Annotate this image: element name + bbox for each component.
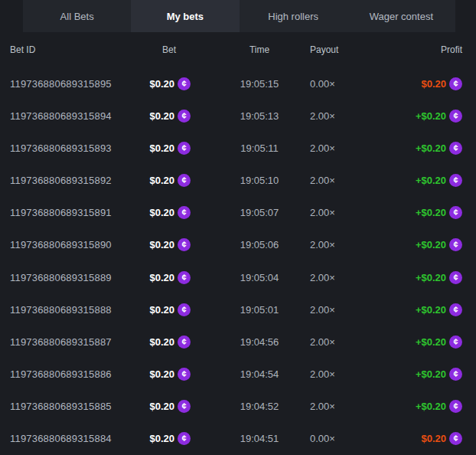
bet-amount: $0.20 (149, 336, 174, 348)
table-row[interactable]: 119736880689315886 $0.20 ¢ 19:04:54 2.00… (10, 358, 462, 390)
bet-time: 19:05:10 (191, 175, 310, 186)
tab-label: All Bets (60, 11, 94, 22)
coin-currency-icon: ¢ (449, 206, 462, 219)
coin-currency-icon: ¢ (178, 336, 191, 349)
bet-amount: $0.20 (149, 175, 174, 186)
bet-id: 119736880689315894 (10, 110, 148, 122)
coin-currency-icon: ¢ (449, 368, 462, 381)
bet-payout: 0.00× (310, 433, 356, 444)
bet-id: 119736880689315893 (10, 142, 148, 154)
bet-payout: 2.00× (310, 336, 356, 348)
bet-payout: 2.00× (310, 142, 356, 154)
coin-currency-icon: ¢ (178, 238, 191, 251)
bet-payout: 2.00× (310, 304, 356, 316)
table-row[interactable]: 119736880689315895 $0.20 ¢ 19:05:15 0.00… (10, 67, 462, 100)
bet-time: 19:05:15 (191, 78, 310, 90)
coin-currency-icon: ¢ (449, 238, 462, 251)
bet-id: 119736880689315884 (10, 433, 148, 444)
table-row[interactable]: 119736880689315891 $0.20 ¢ 19:05:07 2.00… (10, 197, 462, 229)
coin-currency-icon: ¢ (178, 400, 191, 413)
table-row[interactable]: 119736880689315890 $0.20 ¢ 19:05:06 2.00… (10, 229, 462, 261)
table-row[interactable]: 119736880689315888 $0.20 ¢ 19:05:01 2.00… (10, 293, 462, 326)
table-row[interactable]: 119736880689315889 $0.20 ¢ 19:05:04 2.00… (10, 261, 462, 293)
bet-cell: $0.20 ¢ (148, 432, 191, 445)
profit-amount: +$0.20 (416, 336, 446, 348)
profit-amount: +$0.20 (416, 142, 446, 154)
coin-currency-icon: ¢ (449, 336, 462, 349)
tab-label: Wager contest (370, 11, 433, 22)
coin-currency-icon: ¢ (178, 77, 191, 90)
coin-currency-icon: ¢ (449, 77, 462, 90)
table-row[interactable]: 119736880689315894 $0.20 ¢ 19:05:13 2.00… (10, 100, 462, 132)
bet-amount: $0.20 (149, 433, 174, 444)
profit-amount: +$0.20 (416, 401, 446, 412)
profit-amount: +$0.20 (416, 239, 446, 250)
bet-cell: $0.20 ¢ (148, 142, 191, 155)
bet-id: 119736880689315886 (10, 368, 148, 380)
bet-cell: $0.20 ¢ (148, 336, 191, 349)
bet-time: 19:05:06 (191, 239, 310, 250)
profit-cell: +$0.20 ¢ (356, 174, 462, 187)
profit-cell: +$0.20 ¢ (356, 238, 462, 251)
bet-time: 19:05:04 (191, 272, 310, 283)
bet-payout: 2.00× (310, 239, 356, 250)
bet-payout: 0.00× (310, 78, 356, 90)
profit-amount: +$0.20 (416, 175, 446, 186)
profit-cell: +$0.20 ¢ (356, 368, 462, 381)
bet-id: 119736880689315889 (10, 272, 148, 283)
table-row[interactable]: 119736880689315884 $0.20 ¢ 19:04:51 0.00… (10, 423, 462, 455)
header-time: Time (191, 44, 310, 55)
bet-id: 119736880689315890 (10, 239, 148, 250)
bet-amount: $0.20 (149, 401, 174, 412)
bet-id: 119736880689315887 (10, 336, 148, 348)
tab-high-rollers[interactable]: High rollers (240, 0, 347, 32)
profit-cell: +$0.20 ¢ (356, 271, 462, 284)
profit-amount: $0.20 (421, 78, 446, 90)
tab-label: My bets (167, 11, 204, 22)
profit-cell: $0.20 ¢ (356, 432, 462, 445)
bet-payout: 2.00× (310, 368, 356, 380)
profit-cell: +$0.20 ¢ (356, 336, 462, 349)
bet-payout: 2.00× (310, 207, 356, 218)
profit-amount: +$0.20 (416, 110, 446, 122)
coin-currency-icon: ¢ (178, 432, 191, 445)
tab-all-bets[interactable]: All Bets (23, 0, 131, 32)
tab-label: High rollers (268, 11, 318, 22)
bet-id: 119736880689315895 (10, 78, 148, 90)
table-header-row: Bet ID Bet Time Payout Profit (10, 32, 462, 67)
bet-time: 19:04:56 (191, 336, 310, 348)
bet-amount: $0.20 (149, 142, 174, 154)
tab-wager-contest[interactable]: Wager contest (347, 0, 455, 32)
header-payout: Payout (310, 44, 356, 55)
bet-amount: $0.20 (149, 368, 174, 380)
coin-currency-icon: ¢ (449, 142, 462, 155)
table-row[interactable]: 119736880689315887 $0.20 ¢ 19:04:56 2.00… (10, 326, 462, 358)
bet-cell: $0.20 ¢ (148, 174, 191, 187)
bet-amount: $0.20 (149, 78, 174, 90)
header-bet-id: Bet ID (10, 44, 148, 55)
bet-payout: 2.00× (310, 272, 356, 283)
tab-bar: All Bets My bets High rollers Wager cont… (23, 0, 455, 32)
profit-cell: +$0.20 ¢ (356, 303, 462, 316)
bet-payout: 2.00× (310, 175, 356, 186)
profit-amount: +$0.20 (416, 207, 446, 218)
table-row[interactable]: 119736880689315893 $0.20 ¢ 19:05:11 2.00… (10, 132, 462, 164)
tab-my-bets[interactable]: My bets (131, 0, 239, 32)
table-row[interactable]: 119736880689315892 $0.20 ¢ 19:05:10 2.00… (10, 164, 462, 196)
profit-cell: +$0.20 ¢ (356, 142, 462, 155)
table-body: 119736880689315895 $0.20 ¢ 19:05:15 0.00… (10, 67, 462, 455)
coin-currency-icon: ¢ (449, 174, 462, 187)
bets-table: Bet ID Bet Time Payout Profit 1197368806… (0, 32, 476, 455)
bet-id: 119736880689315888 (10, 304, 148, 316)
bet-cell: $0.20 ¢ (148, 110, 191, 123)
bet-time: 19:04:52 (191, 401, 310, 412)
bet-payout: 2.00× (310, 401, 356, 412)
profit-amount: +$0.20 (416, 272, 446, 283)
bet-amount: $0.20 (149, 207, 174, 218)
coin-currency-icon: ¢ (178, 110, 191, 123)
bet-amount: $0.20 (149, 304, 174, 316)
profit-cell: $0.20 ¢ (356, 77, 462, 90)
profit-cell: +$0.20 ¢ (356, 110, 462, 123)
table-row[interactable]: 119736880689315885 $0.20 ¢ 19:04:52 2.00… (10, 391, 462, 423)
coin-currency-icon: ¢ (178, 271, 191, 284)
